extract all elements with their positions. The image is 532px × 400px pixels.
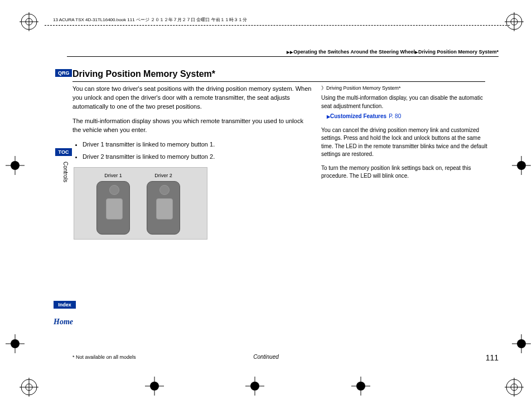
key-fob-illustration: Driver 1 Driver 2 — [74, 167, 207, 240]
sidebar-paragraph: To turn the memory position link setting… — [321, 164, 489, 181]
page-number: 111 — [486, 353, 499, 362]
sidebar-paragraph: Using the multi-information display, you… — [321, 94, 489, 110]
reg-mark-icon — [505, 378, 524, 397]
reg-mark-icon — [20, 12, 38, 31]
page-title: Driving Position Memory System* — [72, 69, 485, 82]
crop-mark-icon — [245, 377, 264, 396]
body-paragraph: You can store two driver's seat position… — [72, 85, 312, 111]
continued-label: Continued — [0, 354, 532, 360]
fob-label-2: Driver 2 — [147, 172, 180, 179]
customized-features-link[interactable]: Customized Features — [327, 113, 386, 119]
sidebar-heading: Driving Position Memory System* — [321, 85, 489, 92]
crop-mark-icon — [512, 334, 531, 353]
crop-mark-icon — [6, 334, 25, 353]
breadcrumb-part1: Operating the Switches Around the Steeri… — [293, 49, 415, 55]
index-tab[interactable]: Index — [54, 301, 76, 309]
link-page-ref: P. 80 — [389, 113, 401, 119]
sidebar-notes: Driving Position Memory System* Using th… — [321, 85, 489, 186]
list-item: Driver 1 transmitter is linked to memory… — [83, 140, 312, 149]
reg-mark-icon — [20, 378, 38, 397]
breadcrumb: Operating the Switches Around the Steeri… — [67, 49, 499, 57]
section-side-tab: Controls — [62, 162, 69, 182]
toc-tab[interactable]: TOC — [55, 148, 72, 156]
key-fob-icon — [96, 181, 130, 235]
crop-mark-icon — [145, 377, 164, 396]
qrg-tab[interactable]: QRG — [55, 69, 72, 77]
key-fob-icon — [147, 181, 180, 235]
body-paragraph: The multi-information display shows you … — [72, 117, 312, 135]
home-link[interactable]: Home — [54, 318, 73, 326]
dash-line — [45, 25, 510, 26]
crop-mark-icon — [351, 377, 370, 396]
crop-mark-icon — [512, 156, 531, 175]
breadcrumb-part2: Driving Position Memory System* — [418, 49, 499, 55]
list-item: Driver 2 transmitter is linked to memory… — [83, 153, 312, 162]
fob-label-1: Driver 1 — [96, 172, 130, 179]
doc-header-line: 13 ACURA TSX 4D-31TL16400.book 111 ページ ２… — [53, 17, 515, 23]
crop-mark-icon — [6, 156, 25, 175]
main-content: You can store two driver's seat position… — [72, 85, 312, 240]
sidebar-paragraph: You can cancel the driving position memo… — [321, 126, 489, 159]
